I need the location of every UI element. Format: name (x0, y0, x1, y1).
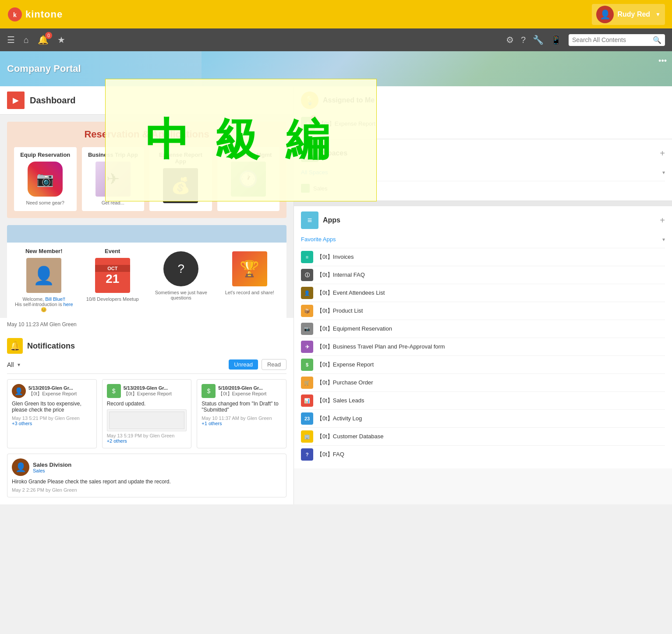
apps-section: ≡ Apps + Favorite Apps ▾ ≡ 【0t】Invoices … (294, 206, 672, 468)
app-list-item-5[interactable]: ✈ 【0t】Business Travel Plan and Pre-Appro… (301, 338, 665, 356)
kintone-logo-icon: k (7, 7, 23, 22)
app-list-label-10: 【0t】Customer Database (317, 433, 383, 440)
app-list-item-0[interactable]: ≡ 【0t】Invoices (301, 248, 665, 266)
app-list-label-9: 【0t】Activity Log (317, 415, 362, 423)
date-text: May 10 11:23 AM Glen Green (7, 321, 77, 328)
app-list-item-8[interactable]: 📊 【0t】Sales Leads (301, 391, 665, 409)
notif-info-1: 5/13/2019-Glen Gr... 【0t】Expense Report (28, 385, 92, 397)
member-card-award[interactable]: 🏆 Let's record and share! (218, 248, 282, 313)
notifications-section: 🔔 Notifications All ▾ Unread Read 👤 (0, 331, 294, 504)
notif-dropdown-icon[interactable]: ▾ (18, 362, 20, 368)
event-month: OCT (95, 265, 130, 272)
member-event-desc: 10/8 Developers Meetup (81, 296, 145, 302)
app-list-icon-2: 👤 (301, 287, 313, 299)
member-card-event[interactable]: Event OCT 21 10/8 Developers Meetup (81, 248, 145, 313)
app-list-icon-9: 23 (301, 412, 313, 425)
notif-more-1: +3 others (12, 421, 92, 426)
notif-date-3: 5/10/2019-Glen Gr... (218, 385, 282, 391)
help-icon[interactable]: ? (521, 35, 526, 45)
notif-avatar-1: 👤 (12, 384, 26, 398)
app-list-item-3[interactable]: 📦 【0t】Product List (301, 302, 665, 320)
gear-icon[interactable]: ⚙ (506, 35, 514, 45)
apps-chevron-icon[interactable]: ▾ (662, 236, 665, 243)
sales-info: Sales Division Sales (33, 461, 71, 473)
sales-card[interactable]: 👤 Sales Division Sales Hiroko Grande Ple… (7, 454, 286, 497)
notif-date-1: 5/13/2019-Glen Gr... (28, 385, 92, 391)
star-icon[interactable]: ★ (57, 35, 65, 45)
nav-icons-right: ⚙ ? 🔧 📱 🔍 (506, 34, 665, 46)
app-list-item-6[interactable]: $ 【0t】Expense Report (301, 356, 665, 373)
svg-text:k: k (13, 11, 17, 18)
mobile-icon[interactable]: 📱 (551, 35, 562, 45)
notif-more-3: +1 others (202, 421, 282, 426)
blue-banner (7, 225, 286, 243)
app-list-label-8: 【0t】Sales Leads (317, 397, 364, 405)
member-forum-desc: Sometimes we just have questions (149, 290, 213, 300)
sales-body: Hiroko Grande Please check the sales rep… (12, 479, 282, 485)
notif-body-3: Status changed from "In Draft" to "Submi… (202, 401, 282, 413)
notif-app-2: 【0t】Expense Report (124, 391, 187, 397)
notif-info-3: 5/10/2019-Glen Gr... 【0t】Expense Report (218, 385, 282, 397)
top-nav: k kintone 👤 Rudy Red ▼ (0, 0, 672, 28)
spaces-chevron-icon[interactable]: ▾ (662, 169, 665, 176)
read-button[interactable]: Read (262, 359, 286, 370)
app-list-label-5: 【0t】Business Travel Plan and Pre-Approva… (317, 343, 445, 351)
tool-icon[interactable]: 🔧 (533, 35, 544, 45)
app-list-item-1[interactable]: ⓘ 【0t】Internal FAQ (301, 266, 665, 284)
member-new-desc: Welcome, Bill Blue!!His self-introductio… (12, 296, 76, 313)
spaces-add-button[interactable]: + (660, 148, 665, 158)
app-list: ≡ 【0t】Invoices ⓘ 【0t】Internal FAQ 👤 【0t】… (301, 248, 665, 463)
notif-card-3[interactable]: $ 5/10/2019-Glen Gr... 【0t】Expense Repor… (197, 379, 286, 448)
app-card-equip[interactable]: Equip Reservation 📷 Need some gear? (14, 147, 77, 211)
app-list-item-4[interactable]: 📷 【0t】Equipment Reservation (301, 320, 665, 338)
menu-icon[interactable]: ☰ (7, 35, 15, 45)
app-card-icon-equip: 📷 (28, 162, 63, 197)
sales-card-header: 👤 Sales Division Sales (12, 458, 282, 476)
app-list-item-2[interactable]: 👤 【0t】Event Attendees List (301, 284, 665, 302)
kintone-logo[interactable]: k kintone (7, 7, 63, 22)
unread-button[interactable]: Unread (229, 359, 258, 370)
app-list-item-11[interactable]: ? 【0t】FAQ (301, 445, 665, 463)
app-list-icon-11: ? (301, 448, 313, 461)
portal-more-button[interactable]: ••• (658, 56, 667, 66)
notif-meta-2: May 13 5:19 PM by Glen Green (107, 433, 187, 438)
notif-meta-3: May 10 11:37 AM by Glen Green (202, 416, 282, 421)
app-list-icon-6: $ (301, 359, 313, 371)
notif-card-2[interactable]: $ 5/13/2019-Glen Gr... 【0t】Expense Repor… (102, 379, 192, 448)
portal-title: Company Portal (7, 63, 81, 74)
search-icon[interactable]: 🔍 (653, 36, 661, 44)
notif-filter-all[interactable]: All (7, 361, 14, 368)
member-card-forum[interactable]: ? Sometimes we just have questions (149, 248, 213, 313)
apps-add-button[interactable]: + (660, 215, 665, 225)
home-icon[interactable]: ⌂ (24, 35, 29, 45)
app-list-icon-1: ⓘ (301, 269, 313, 281)
notif-date-2: 5/13/2019-Glen Gr... (124, 385, 187, 391)
app-list-icon-7: 🛒 (301, 377, 313, 389)
apps-filter-text[interactable]: Favorite Apps (301, 236, 336, 243)
app-list-label-2: 【0t】Event Attendees List (317, 289, 385, 297)
app-list-item-9[interactable]: 23 【0t】Activity Log (301, 409, 665, 427)
member-card-new[interactable]: New Member! 👤 Welcome, Bill Blue!!His se… (12, 248, 76, 313)
user-name: Rudy Red (617, 11, 650, 18)
spacer (294, 201, 672, 206)
notification-badge: 0 (45, 32, 52, 39)
notif-card-3-header: $ 5/10/2019-Glen Gr... 【0t】Expense Repor… (202, 384, 282, 398)
app-list-label-1: 【0t】Internal FAQ (317, 271, 365, 279)
sales-avatar: 👤 (12, 458, 29, 476)
user-dropdown[interactable]: 👤 Rudy Red ▼ (592, 4, 665, 25)
search-input[interactable] (572, 36, 651, 43)
sales-meta: May 2 2:26 PM by Glen Green (12, 487, 282, 493)
app-list-item-10[interactable]: 🏢 【0t】Customer Database (301, 427, 665, 445)
event-icon: OCT 21 (95, 258, 130, 293)
kintone-logo-text: kintone (25, 9, 63, 20)
app-list-label-11: 【0t】FAQ (317, 451, 344, 458)
nav-icons-left: ☰ ⌂ 🔔 0 ★ (7, 35, 65, 45)
apps-icon: ≡ (301, 211, 318, 229)
app-list-item-7[interactable]: 🛒 【0t】Purchase Order (301, 373, 665, 391)
notifications-title: Notifications (27, 342, 75, 351)
notif-app-1: 【0t】Expense Report (28, 391, 92, 397)
notif-bell-icon: 🔔 (7, 338, 23, 354)
sales-title: Sales Division (33, 461, 71, 468)
notif-card-1[interactable]: 👤 5/13/2019-Glen Gr... 【0t】Expense Repor… (7, 379, 97, 448)
notif-preview-2 (107, 409, 187, 431)
